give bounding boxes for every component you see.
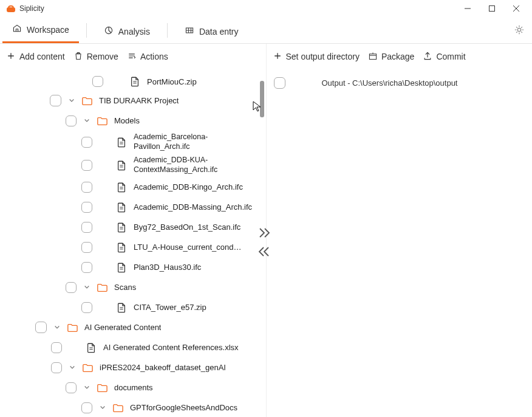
chevron-down-icon[interactable] — [81, 382, 92, 393]
output-checkbox[interactable] — [274, 77, 285, 89]
row-checkbox[interactable] — [51, 342, 62, 353]
output-path-label: Output - C:\Users\richa\Desktop\output — [322, 78, 458, 88]
row-label: Scans — [114, 283, 136, 292]
tree-row[interactable]: TIB DURAARK Project — [0, 91, 266, 111]
row-checkbox[interactable] — [50, 95, 61, 106]
tab-workspace[interactable]: Workspace — [2, 18, 79, 43]
tree-row[interactable]: LTU_A-House_current_conditions.ifc — [0, 237, 266, 257]
grid-icon — [185, 26, 194, 37]
output-pane: Set output directory Package Commit Outp… — [267, 44, 533, 417]
pie-chart-icon — [104, 26, 114, 37]
upload-icon — [423, 51, 432, 63]
expand-left-button[interactable] — [257, 245, 271, 260]
row-checkbox[interactable] — [81, 202, 92, 213]
tree-row[interactable]: AI Generated Content — [0, 317, 266, 337]
folder-icon — [80, 95, 94, 106]
output-row[interactable]: Output - C:\Users\richa\Desktop\output — [267, 70, 533, 89]
tree-row[interactable]: Plan3D_Haus30.ifc — [0, 257, 266, 277]
tree-viewport[interactable]: PortMiouC.zip TIB DURAARK Project Mo — [0, 70, 266, 417]
chevron-down-icon[interactable] — [66, 95, 77, 106]
app-title: Siplicity — [19, 4, 44, 13]
action-label: Actions — [140, 52, 168, 61]
package-button[interactable]: Package — [368, 51, 414, 63]
row-checkbox[interactable] — [92, 76, 103, 87]
row-checkbox[interactable] — [81, 262, 92, 273]
row-checkbox[interactable] — [81, 302, 92, 313]
row-checkbox[interactable] — [66, 282, 77, 293]
commit-button[interactable]: Commit — [423, 51, 465, 63]
row-label: Plan3D_Haus30.ifc — [134, 263, 201, 272]
folder-icon — [65, 322, 80, 333]
tree-row[interactable]: GPTforGoogleSheetsAndDocs — [0, 398, 266, 417]
row-checkbox[interactable] — [81, 242, 92, 253]
row-checkbox[interactable] — [66, 115, 77, 126]
file-icon — [114, 202, 129, 213]
row-label: GPTforGoogleSheetsAndDocs — [130, 403, 237, 412]
row-label: AI Generated Content References.xlsx — [103, 343, 239, 352]
window-maximize-button[interactable] — [480, 0, 504, 17]
tree-row[interactable]: Scans — [0, 277, 266, 297]
home-icon — [12, 24, 22, 35]
row-checkbox[interactable] — [81, 402, 92, 413]
add-content-button[interactable]: Add content — [6, 51, 65, 63]
file-icon — [114, 262, 129, 273]
actions-button[interactable]: Actions — [127, 51, 168, 63]
tree-row[interactable]: Byg72_BasedOn_1st_Scan.ifc — [0, 217, 266, 237]
chevron-down-icon[interactable] — [81, 282, 92, 293]
plus-icon — [273, 51, 282, 63]
set-output-directory-button[interactable]: Set output directory — [273, 51, 360, 63]
content-tree-pane: Add content Remove Actions PortMiouC.zip — [0, 44, 267, 417]
tree-row[interactable]: Academic_DDB-Kingo_Arch.ifc — [0, 177, 266, 197]
expand-right-button[interactable] — [257, 226, 271, 241]
row-label: Academic_DDB-KUA-ContextMassing_Arch.ifc — [134, 156, 249, 174]
chevron-down-icon[interactable] — [97, 402, 108, 413]
settings-button[interactable] — [514, 24, 525, 37]
file-icon — [114, 302, 129, 313]
folder-icon — [95, 115, 109, 126]
row-label: Academic_Barcelona-Pavillon_Arch.ifc — [134, 133, 249, 151]
tree-row[interactable]: Models — [0, 111, 266, 131]
chevron-down-icon[interactable] — [67, 362, 78, 373]
row-checkbox[interactable] — [35, 322, 47, 333]
tree-row[interactable]: CITA_Tower_e57.zip — [0, 297, 266, 317]
row-checkbox[interactable] — [81, 222, 92, 233]
remove-button[interactable]: Remove — [73, 51, 118, 63]
tree-row[interactable]: Academic_Barcelona-Pavillon_Arch.ifc — [0, 131, 266, 154]
tree-row[interactable]: AI Generated Content References.xlsx — [0, 337, 266, 357]
row-label: CITA_Tower_e57.zip — [134, 303, 206, 312]
file-icon — [114, 222, 129, 233]
action-label: Commit — [436, 52, 465, 61]
tree-row[interactable]: iPRES2024_bakeoff_dataset_genAI — [0, 357, 266, 377]
tab-label: Workspace — [27, 25, 69, 35]
nav-bar: Workspace Analysis Data entry — [0, 17, 532, 44]
row-label: Models — [114, 116, 140, 125]
action-label: Set output directory — [286, 52, 360, 61]
row-checkbox[interactable] — [81, 137, 92, 148]
window-close-button[interactable] — [504, 0, 528, 17]
file-icon — [84, 342, 98, 353]
tree-row[interactable]: PortMiouC.zip — [0, 72, 266, 91]
tree-row[interactable]: Academic_DDB-Massing_Arch.ifc — [0, 197, 266, 217]
action-label: Package — [381, 52, 414, 61]
folder-icon — [95, 282, 109, 293]
tab-data-entry[interactable]: Data entry — [175, 19, 248, 43]
row-checkbox[interactable] — [81, 182, 92, 193]
file-icon — [128, 76, 142, 87]
row-label: Academic_DDB-Massing_Arch.ifc — [134, 202, 252, 212]
row-checkbox[interactable] — [51, 362, 62, 373]
tab-analysis[interactable]: Analysis — [94, 19, 160, 43]
tab-label: Analysis — [118, 27, 150, 36]
folder-icon — [95, 382, 109, 393]
left-action-bar: Add content Remove Actions — [0, 44, 266, 70]
tab-label: Data entry — [199, 27, 239, 36]
nav-separator — [167, 23, 168, 38]
row-label: documents — [114, 383, 153, 392]
tree-row[interactable]: documents — [0, 377, 266, 398]
chevron-down-icon[interactable] — [81, 115, 92, 126]
chevron-down-icon[interactable] — [52, 322, 63, 333]
tree-row[interactable]: Academic_DDB-KUA-ContextMassing_Arch.ifc — [0, 154, 266, 177]
window-minimize-button[interactable] — [455, 0, 480, 17]
row-checkbox[interactable] — [81, 160, 92, 171]
svg-rect-5 — [489, 6, 495, 12]
row-checkbox[interactable] — [66, 382, 77, 393]
